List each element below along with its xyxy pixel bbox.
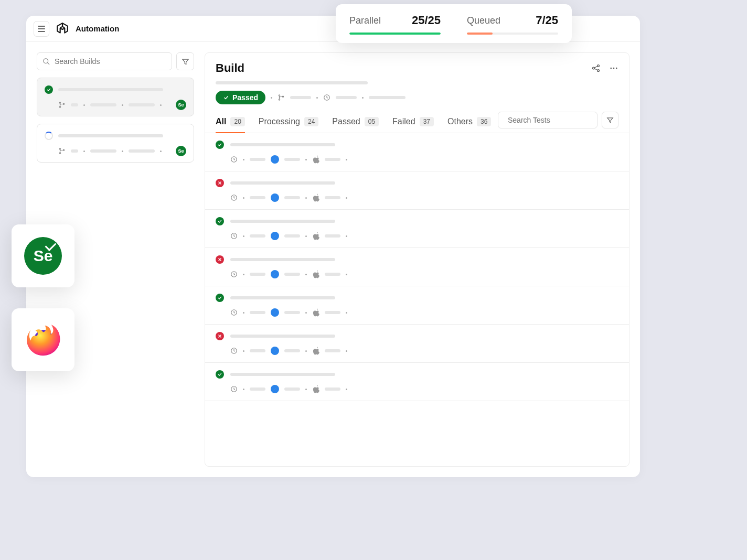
svg-line-12 xyxy=(594,69,597,70)
selenium-badge-icon: Se xyxy=(176,100,186,110)
tab-processing[interactable]: Processing24 xyxy=(259,112,319,133)
svg-point-16 xyxy=(279,95,280,96)
branch-icon xyxy=(58,147,66,155)
parallel-stat-label: Parallel xyxy=(349,15,381,26)
test-name-placeholder xyxy=(230,181,335,185)
apple-icon xyxy=(312,155,319,164)
build-card[interactable]: Se xyxy=(37,124,194,163)
build-header: Build Passed xyxy=(205,53,629,104)
svg-point-2 xyxy=(59,102,60,103)
app-logo-icon xyxy=(56,22,69,36)
tab-label: Processing xyxy=(259,117,300,126)
menu-button[interactable] xyxy=(34,21,49,37)
search-tests-field[interactable] xyxy=(508,116,600,124)
selenium-logo-icon: Se xyxy=(24,237,62,275)
x-icon xyxy=(216,332,224,340)
tabs: All20Processing24Passed05Failed37Others3… xyxy=(216,112,491,133)
check-icon xyxy=(45,85,53,94)
filter-icon xyxy=(182,58,189,66)
share-icon[interactable] xyxy=(591,63,601,73)
queued-stat-bar xyxy=(467,33,558,35)
x-icon xyxy=(216,255,224,264)
search-icon xyxy=(42,58,50,66)
selenium-badge-icon: Se xyxy=(176,146,186,156)
tab-count: 24 xyxy=(304,117,318,126)
clock-icon xyxy=(230,194,238,201)
build-detail-panel: Build Passed xyxy=(205,52,629,467)
tab-passed[interactable]: Passed05 xyxy=(332,112,379,133)
tab-all[interactable]: All20 xyxy=(216,112,245,133)
tab-label: Passed xyxy=(332,117,360,126)
svg-point-14 xyxy=(613,68,615,69)
svg-point-3 xyxy=(59,106,60,107)
svg-line-1 xyxy=(47,62,49,64)
filter-tests-button[interactable] xyxy=(602,112,618,128)
selenium-tile: Se xyxy=(12,224,74,287)
test-row[interactable] xyxy=(205,248,629,286)
clock-icon xyxy=(230,232,238,240)
app-title: Automation xyxy=(76,24,119,33)
test-row[interactable] xyxy=(205,286,629,325)
tab-count: 05 xyxy=(365,117,379,126)
search-tests-input[interactable] xyxy=(498,112,597,128)
filter-icon xyxy=(606,116,614,124)
check-icon xyxy=(216,294,224,302)
build-meta-row: Passed xyxy=(216,91,618,104)
search-builds-field[interactable] xyxy=(55,57,166,66)
build-name-placeholder xyxy=(58,134,163,137)
clock-icon xyxy=(230,347,238,354)
test-row[interactable] xyxy=(205,133,629,171)
spinner-icon xyxy=(45,132,53,140)
tab-failed[interactable]: Failed37 xyxy=(392,112,434,133)
test-row[interactable] xyxy=(205,325,629,363)
content-area: Se Se xyxy=(26,42,640,477)
test-list xyxy=(205,133,629,466)
app-window: Automation xyxy=(26,16,640,477)
check-icon xyxy=(216,217,224,225)
firefox-logo-icon xyxy=(24,321,62,359)
build-subtitle-placeholder xyxy=(216,81,368,84)
svg-point-13 xyxy=(610,68,612,69)
test-row[interactable] xyxy=(205,210,629,248)
build-title: Build xyxy=(216,61,244,75)
apple-icon xyxy=(312,347,319,355)
safari-icon xyxy=(271,232,279,240)
test-name-placeholder xyxy=(230,143,335,146)
test-name-placeholder xyxy=(230,335,335,338)
test-row[interactable] xyxy=(205,363,629,401)
apple-icon xyxy=(312,385,319,393)
tab-label: All xyxy=(216,117,226,126)
search-builds-input[interactable] xyxy=(37,52,172,70)
more-icon[interactable] xyxy=(609,63,618,73)
queue-stats-card: Parallel 25/25 Queued 7/25 xyxy=(336,4,572,43)
safari-icon xyxy=(271,308,279,317)
tab-others[interactable]: Others36 xyxy=(447,112,491,133)
svg-point-5 xyxy=(59,148,60,149)
queued-stat: Queued 7/25 xyxy=(467,14,558,35)
apple-icon xyxy=(312,193,319,202)
safari-icon xyxy=(271,385,279,393)
tab-count: 37 xyxy=(420,117,434,126)
check-icon xyxy=(223,94,229,101)
test-name-placeholder xyxy=(230,220,335,223)
tab-count: 20 xyxy=(230,117,244,126)
tab-label: Failed xyxy=(392,117,415,126)
branch-icon xyxy=(58,101,66,109)
x-icon xyxy=(216,179,224,187)
clock-icon xyxy=(230,385,238,393)
filter-builds-button[interactable] xyxy=(176,52,194,70)
test-name-placeholder xyxy=(230,258,335,261)
safari-icon xyxy=(271,155,279,164)
build-status-pill: Passed xyxy=(216,91,265,104)
check-icon xyxy=(216,141,224,149)
parallel-stat: Parallel 25/25 xyxy=(349,14,441,35)
test-name-placeholder xyxy=(230,296,335,299)
safari-icon xyxy=(271,193,279,202)
svg-point-17 xyxy=(279,99,280,100)
build-card[interactable]: Se xyxy=(37,78,194,116)
build-name-placeholder xyxy=(58,88,163,91)
builds-search-row xyxy=(37,52,194,70)
test-row[interactable] xyxy=(205,171,629,210)
apple-icon xyxy=(312,270,319,278)
parallel-stat-bar xyxy=(349,33,441,35)
